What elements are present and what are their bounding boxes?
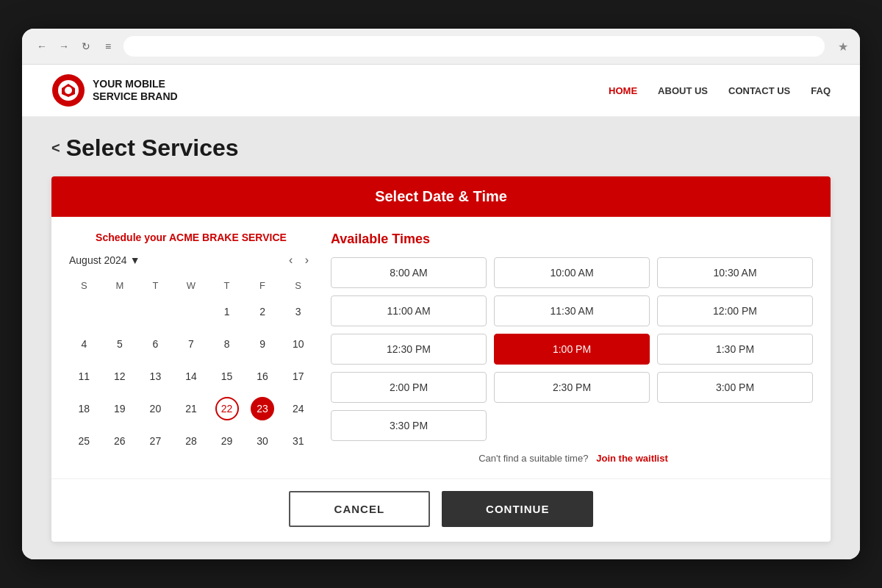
continue-button[interactable]: CONTINUE: [442, 491, 593, 527]
calendar-nav: August 2024 ▼ ‹ ›: [66, 252, 316, 268]
calendar-day[interactable]: 10: [280, 328, 316, 360]
calendar-day[interactable]: 31: [280, 425, 316, 457]
prev-month-button[interactable]: ‹: [284, 252, 297, 268]
waitlist-text: Can't find a suitable time?: [478, 453, 588, 464]
calendar-body: 1234567891011121314151617181920212223242…: [66, 295, 316, 457]
calendar-day[interactable]: 21: [173, 392, 209, 425]
calendar-day[interactable]: 19: [102, 392, 138, 425]
calendar-day: [137, 295, 173, 328]
calendar-day[interactable]: 25: [66, 425, 102, 457]
calendar-day[interactable]: 26: [102, 425, 138, 457]
calendar-day[interactable]: 13: [137, 360, 173, 392]
calendar-section: Schedule your ACME BRAKE SERVICE August …: [66, 232, 316, 464]
card-header: Select Date & Time: [51, 176, 831, 217]
address-bar[interactable]: [123, 36, 825, 57]
calendar-day[interactable]: 14: [173, 360, 209, 392]
forward-button[interactable]: →: [56, 38, 72, 54]
browser-window: ← → ↻ ≡ ★ YOUR MOBILE SERVICE BRAND HOME…: [22, 29, 860, 559]
logo-icon: [51, 74, 85, 107]
calendar-day[interactable]: 16: [245, 360, 281, 392]
page-title: Select Services: [66, 135, 239, 162]
calendar-day[interactable]: 27: [137, 425, 173, 457]
time-slot[interactable]: 8:00 AM: [331, 257, 487, 288]
calendar-day[interactable]: 30: [245, 425, 281, 457]
card-body: Schedule your ACME BRAKE SERVICE August …: [51, 217, 831, 478]
cal-header-sun: S: [66, 276, 102, 295]
page-content: < Select Services Select Date & Time Sch…: [22, 117, 860, 559]
nav-about[interactable]: ABOUT US: [658, 85, 708, 96]
cal-nav-buttons: ‹ ›: [284, 252, 313, 268]
calendar-day[interactable]: 29: [209, 425, 245, 457]
bookmark-icon[interactable]: ★: [838, 40, 848, 54]
calendar-day[interactable]: 2: [245, 295, 281, 328]
time-slot[interactable]: 10:00 AM: [494, 257, 650, 288]
card-header-title: Select Date & Time: [375, 188, 507, 204]
time-slot[interactable]: 11:00 AM: [331, 295, 487, 326]
logo-text: YOUR MOBILE SERVICE BRAND: [93, 78, 178, 103]
cal-header-wed: W: [173, 276, 209, 295]
calendar-grid: S M T W T F S 12345678910111213141516171…: [66, 276, 316, 457]
calendar-day[interactable]: 15: [209, 360, 245, 392]
cal-header-sat: S: [280, 276, 316, 295]
svg-point-2: [65, 87, 72, 94]
calendar-day[interactable]: 5: [102, 328, 138, 360]
time-slot[interactable]: 1:00 PM: [494, 334, 650, 365]
calendar-day[interactable]: 18: [66, 392, 102, 425]
time-slot[interactable]: 3:00 PM: [657, 372, 813, 403]
site-nav: HOME ABOUT US CONTACT US FAQ: [609, 85, 831, 96]
calendar-day[interactable]: 4: [66, 328, 102, 360]
nav-home[interactable]: HOME: [609, 85, 637, 96]
calendar-day: [173, 295, 209, 328]
times-section: Available Times 8:00 AM10:00 AM10:30 AM1…: [331, 232, 816, 464]
action-row: CANCEL CONTINUE: [51, 478, 831, 542]
time-slot[interactable]: 12:00 PM: [657, 295, 813, 326]
logo-area: YOUR MOBILE SERVICE BRAND: [51, 74, 178, 107]
time-slot[interactable]: 1:30 PM: [657, 334, 813, 365]
time-slot[interactable]: 2:30 PM: [494, 372, 650, 403]
calendar-day[interactable]: 11: [66, 360, 102, 392]
back-arrow[interactable]: <: [51, 140, 60, 157]
waitlist-row: Can't find a suitable time? Join the wai…: [331, 453, 816, 464]
nav-contact[interactable]: CONTACT US: [728, 85, 790, 96]
options-button[interactable]: ≡: [100, 38, 116, 54]
calendar-day[interactable]: 12: [102, 360, 138, 392]
calendar-day[interactable]: 1: [209, 295, 245, 328]
cal-header-tue: T: [137, 276, 173, 295]
calendar-day[interactable]: 20: [137, 392, 173, 425]
calendar-day[interactable]: 3: [280, 295, 316, 328]
calendar-day[interactable]: 7: [173, 328, 209, 360]
cal-header-thu: T: [209, 276, 245, 295]
time-slot[interactable]: 10:30 AM: [657, 257, 813, 288]
service-label: Schedule your ACME BRAKE SERVICE: [66, 232, 316, 243]
calendar-day[interactable]: 17: [280, 360, 316, 392]
times-grid: 8:00 AM10:00 AM10:30 AM11:00 AM11:30 AM1…: [331, 257, 816, 441]
browser-bar: ← → ↻ ≡ ★: [22, 29, 860, 65]
browser-controls: ← → ↻ ≡: [34, 38, 116, 54]
time-slot[interactable]: 3:30 PM: [331, 410, 487, 441]
calendar-day[interactable]: 28: [173, 425, 209, 457]
calendar-day[interactable]: 24: [280, 392, 316, 425]
dropdown-icon: ▼: [130, 254, 140, 266]
main-card: Select Date & Time Schedule your ACME BR…: [51, 176, 831, 542]
time-slot[interactable]: 2:00 PM: [331, 372, 487, 403]
calendar-day: [102, 295, 138, 328]
nav-faq[interactable]: FAQ: [811, 85, 831, 96]
calendar-day[interactable]: 6: [137, 328, 173, 360]
calendar-day: [66, 295, 102, 328]
waitlist-link[interactable]: Join the waitlist: [596, 453, 668, 464]
cal-header-mon: M: [102, 276, 138, 295]
cancel-button[interactable]: CANCEL: [289, 491, 431, 527]
refresh-button[interactable]: ↻: [78, 38, 94, 54]
back-button[interactable]: ←: [34, 38, 50, 54]
times-header: Available Times: [331, 232, 816, 247]
calendar-day[interactable]: 23: [245, 392, 281, 425]
cal-header-fri: F: [245, 276, 281, 295]
calendar-day[interactable]: 22: [209, 392, 245, 425]
calendar-day[interactable]: 8: [209, 328, 245, 360]
time-slot[interactable]: 12:30 PM: [331, 334, 487, 365]
next-month-button[interactable]: ›: [301, 252, 313, 268]
page-title-row: < Select Services: [51, 135, 831, 162]
calendar-day[interactable]: 9: [245, 328, 281, 360]
time-slot[interactable]: 11:30 AM: [494, 295, 650, 326]
site-header: YOUR MOBILE SERVICE BRAND HOME ABOUT US …: [22, 65, 860, 117]
